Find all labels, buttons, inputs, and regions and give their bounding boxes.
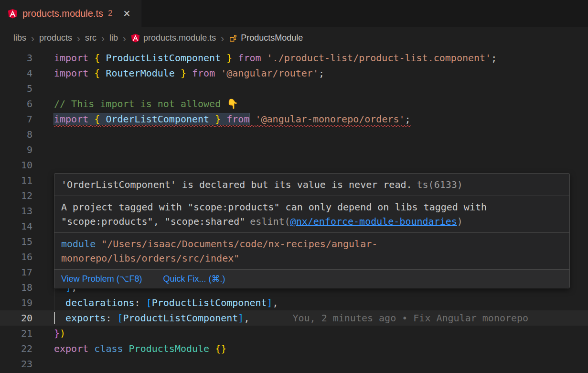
code-token: } bbox=[54, 328, 60, 339]
code-token: ProductListComponent bbox=[152, 297, 267, 308]
code-token: exports bbox=[65, 312, 106, 324]
code-line-content[interactable]: import { OrderListComponent } from '@ang… bbox=[54, 111, 588, 127]
code-token: RouterModule bbox=[100, 67, 181, 79]
hover-problems-popup: 'OrderListComponent' is declared but its… bbox=[54, 173, 570, 288]
view-problem-action[interactable]: View Problem (⌥F8) bbox=[61, 273, 142, 285]
code-token: import bbox=[54, 113, 88, 125]
code-token: import bbox=[54, 52, 88, 64]
code-line-content[interactable] bbox=[54, 127, 588, 142]
code-token: ] bbox=[267, 297, 273, 308]
error-message-line2: "scope:products", "scope:shared"eslint(@… bbox=[61, 214, 563, 229]
code-token: ) bbox=[60, 328, 65, 339]
line-number[interactable]: 8 bbox=[0, 127, 32, 142]
code-line: 19 declarations: [ProductListComponent], bbox=[0, 295, 588, 310]
code-line: 23 bbox=[0, 356, 588, 372]
line-number[interactable]: 13 bbox=[0, 203, 32, 219]
tab-title: products.module.ts bbox=[22, 8, 103, 19]
code-line-content[interactable]: import { RouterModule } from '@angular/r… bbox=[54, 66, 588, 81]
line-number[interactable]: 7 bbox=[0, 111, 32, 127]
line-number[interactable]: 18 bbox=[0, 280, 32, 295]
code-line: 9 bbox=[0, 142, 588, 157]
line-number[interactable]: 12 bbox=[0, 188, 32, 203]
close-icon[interactable]: ✕ bbox=[121, 7, 132, 20]
code-line-content[interactable]: declarations: [ProductListComponent], bbox=[54, 295, 588, 310]
code-token: , bbox=[273, 297, 278, 308]
code-line: 5 bbox=[0, 81, 588, 96]
code-line: 4import { RouterModule } from '@angular/… bbox=[0, 66, 588, 81]
code-token: { bbox=[94, 67, 100, 79]
code-line: 20 exports: [ProductListComponent],You, … bbox=[0, 310, 588, 326]
code-token: from bbox=[221, 113, 249, 125]
line-number[interactable]: 22 bbox=[0, 341, 32, 356]
code-line-content[interactable]: import { ProductListComponent } from './… bbox=[54, 50, 588, 66]
breadcrumb-item-products[interactable]: products bbox=[39, 33, 72, 43]
code-token: ; bbox=[405, 113, 411, 125]
code-token bbox=[88, 67, 94, 79]
chevron-right-icon: › bbox=[221, 33, 224, 43]
code-line: 7import { OrderListComponent } from '@an… bbox=[0, 111, 588, 127]
code-line-content[interactable]: exports: [ProductListComponent],You, 2 m… bbox=[54, 310, 588, 326]
code-token bbox=[54, 297, 65, 308]
code-line-content[interactable] bbox=[54, 157, 588, 173]
indent-guide bbox=[54, 295, 54, 310]
code-line-content[interactable]: // This import is not allowed 👇 bbox=[54, 96, 588, 111]
line-number[interactable]: 5 bbox=[0, 81, 32, 96]
line-number[interactable]: 15 bbox=[0, 234, 32, 249]
line-number[interactable]: 17 bbox=[0, 264, 32, 280]
git-blame-annotation: You, 2 minutes ago • Fix Angular monorep… bbox=[292, 312, 528, 324]
breadcrumb-item-symbol[interactable]: ProductsModule bbox=[229, 33, 303, 43]
breadcrumb-item-libs[interactable]: libs bbox=[13, 33, 26, 43]
code-token: // This import is not allowed bbox=[54, 98, 226, 110]
line-number[interactable]: 11 bbox=[0, 173, 32, 188]
hover-error-eslint: A project tagged with "scope:products" c… bbox=[54, 196, 569, 232]
code-line-content[interactable]: export class ProductsModule {} bbox=[54, 341, 588, 356]
breadcrumb-item-lib[interactable]: lib bbox=[109, 33, 118, 43]
line-number[interactable]: 19 bbox=[0, 295, 32, 310]
code-token: { bbox=[94, 52, 100, 64]
code-token bbox=[88, 343, 94, 354]
code-token bbox=[249, 113, 255, 125]
eslint-rule-link[interactable]: @nx/enforce-module-boundaries bbox=[290, 216, 457, 227]
code-line-content[interactable] bbox=[54, 142, 588, 157]
code-line: 21}) bbox=[0, 326, 588, 341]
breadcrumb: libs › products › src › lib › products.m… bbox=[0, 27, 588, 49]
line-number[interactable]: 14 bbox=[0, 219, 32, 234]
line-number[interactable]: 9 bbox=[0, 142, 32, 157]
breadcrumb-item-file[interactable]: products.module.ts bbox=[131, 33, 216, 43]
quick-fix-action[interactable]: Quick Fix... (⌘.) bbox=[163, 273, 225, 285]
error-message: 'OrderListComponent' is declared but its… bbox=[61, 179, 412, 190]
code-token: } bbox=[226, 52, 232, 64]
code-token: ; bbox=[319, 67, 324, 79]
code-token: './product-list/product-list.component' bbox=[267, 52, 492, 64]
line-number[interactable]: 20 bbox=[0, 310, 32, 326]
code-token bbox=[54, 312, 65, 324]
code-line-content[interactable] bbox=[54, 356, 588, 372]
line-number[interactable]: 16 bbox=[0, 249, 32, 264]
chevron-right-icon: › bbox=[77, 33, 80, 43]
error-squiggle: import { OrderListComponent } from '@ang… bbox=[54, 113, 411, 125]
line-number[interactable]: 23 bbox=[0, 356, 32, 372]
error-code: ts(6133) bbox=[417, 179, 463, 190]
breadcrumb-item-src[interactable]: src bbox=[85, 33, 96, 43]
code-token: '@angular/router' bbox=[221, 67, 319, 79]
code-token: export bbox=[54, 343, 88, 354]
code-token: ; bbox=[491, 52, 497, 64]
code-line-content[interactable]: }) bbox=[54, 326, 588, 341]
line-number[interactable]: 10 bbox=[0, 157, 32, 173]
code-token: OrderListComponent bbox=[100, 113, 215, 125]
error-message-line1: A project tagged with "scope:products" c… bbox=[61, 200, 563, 214]
code-line: 6// This import is not allowed 👇 bbox=[0, 96, 588, 111]
code-line: 10 bbox=[0, 157, 588, 173]
chevron-right-icon: › bbox=[31, 33, 34, 43]
line-number[interactable]: 4 bbox=[0, 66, 32, 81]
line-number[interactable]: 6 bbox=[0, 96, 32, 111]
editor-tab-products-module[interactable]: products.module.ts 2 ✕ bbox=[0, 0, 141, 27]
line-number[interactable]: 3 bbox=[0, 50, 32, 66]
code-token: ProductListComponent bbox=[123, 312, 238, 324]
code-token bbox=[88, 113, 94, 125]
code-token: { bbox=[94, 113, 100, 125]
code-line-content[interactable] bbox=[54, 81, 588, 96]
hover-highlight-range: import { OrderListComponent } from bbox=[54, 113, 249, 125]
line-number[interactable]: 21 bbox=[0, 326, 32, 341]
code-token: from bbox=[186, 67, 221, 79]
